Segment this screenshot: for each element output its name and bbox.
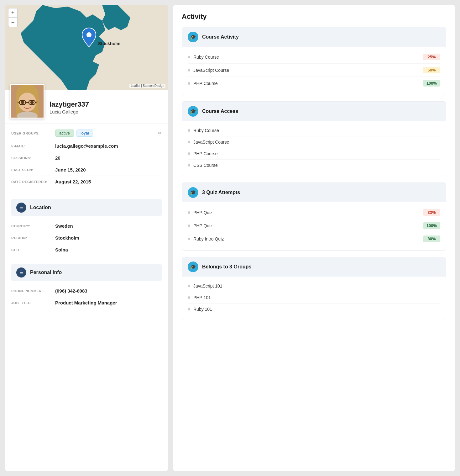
list-item: PHP Course [188,148,440,160]
user-info: lazytiger337 Lucia Gallego [50,98,89,114]
svg-point-17 [21,101,24,104]
activity-section-header-groups: 🎓Belongs to 3 Groups [182,257,446,277]
right-panel: Activity 🎓Course ActivityRuby Course25%J… [173,5,455,471]
item-label: PHP Quiz [193,210,420,215]
user-groups-label: USER GROUPS: [11,131,52,135]
zoom-out-button[interactable]: − [8,18,18,27]
personal-section: ☰ Personal info PHONE NUMBER: (096) 342-… [5,264,168,312]
tag-active: active [55,130,74,137]
bullet-icon [188,152,190,155]
tags-container: active loyal [55,130,93,137]
bullet-icon [188,225,190,227]
region-row: REGION: Stockholm [11,232,162,244]
bullet-icon [188,238,190,240]
item-label: PHP Course [193,81,420,86]
personal-title: Personal info [30,270,62,275]
activity-title: Activity [182,13,446,21]
bullet-icon [188,82,190,85]
item-label: Ruby Intro Quiz [193,236,420,241]
sessions-row: SESSIONS: 26 [11,152,162,164]
email-label: E-MAIL: [11,144,52,148]
item-label: Ruby Course [193,128,440,133]
city-label: CITY: [11,248,52,252]
profile-header: lazytiger337 Lucia Gallego [5,90,168,124]
progress-badge: 33% [423,209,440,216]
sessions-value: 26 [55,155,60,161]
list-item: CSS Course [188,160,440,171]
list-item: JavaScript Course60% [188,64,440,77]
activity-section-quiz-attempts: 🎓3 Quiz AttemptsPHP Quiz33%PHP Quiz100%R… [182,182,446,251]
progress-badge: 80% [423,235,440,242]
item-label: JavaScript Course [193,140,440,145]
item-label: PHP Quiz [193,223,420,228]
list-item: Ruby Course [188,125,440,136]
activity-section-title-course-access: Course Access [202,108,238,114]
date-registered-value: August 22, 2015 [55,179,91,184]
phone-label: PHONE NUMBER: [11,289,52,293]
left-panel: Stockholm + − Leaflet | Stamen Design [5,5,168,471]
full-name: Lucia Gallego [50,109,89,114]
item-label: CSS Course [193,163,440,168]
job-value: Product Marketing Manager [55,300,117,305]
activity-items-groups: JavaScript 101PHP 101Ruby 101 [182,277,446,320]
location-header: ☰ Location [11,199,162,216]
activity-section-title-course-activity: Course Activity [202,34,239,40]
activity-items-course-activity: Ruby Course25%JavaScript Course60%PHP Co… [182,47,446,95]
personal-icon: ☰ [16,267,26,278]
list-item: Ruby Intro Quiz80% [188,232,440,245]
edit-groups-button[interactable]: ✏ [158,130,162,136]
sessions-label: SESSIONS: [11,156,52,160]
progress-badge: 60% [423,67,440,73]
country-value: Sweden [55,223,73,229]
list-item: PHP Course100% [188,77,440,90]
map-attribution: Leaflet | Stamen Design [129,84,165,88]
bullet-icon [188,296,190,299]
date-registered-label: DATE REGISTERED: [11,180,52,184]
user-groups-row: USER GROUPS: active loyal ✏ [11,126,162,140]
location-icon: ☰ [16,203,26,213]
tag-loyal: loyal [76,130,93,137]
date-registered-row: DATE REGISTERED: August 22, 2015 [11,176,162,188]
bullet-icon [188,211,190,214]
bullet-icon [188,141,190,143]
activity-section-header-quiz-attempts: 🎓3 Quiz Attempts [182,183,446,202]
activity-icon-groups: 🎓 [188,262,198,272]
bullet-icon [188,308,190,310]
country-label: COUNTRY: [11,224,52,228]
map-controls: + − [8,8,18,27]
region-value: Stockholm [55,235,79,241]
progress-badge: 100% [423,222,440,229]
job-row: JOB TITLE: Product Marketing Manager [11,297,162,309]
personal-header: ☰ Personal info [11,264,162,281]
list-item: JavaScript Course [188,136,440,148]
activity-icon-course-activity: 🎓 [188,32,198,42]
avatar [10,84,44,119]
bullet-icon [188,56,190,58]
location-section: ☰ Location COUNTRY: Sweden REGION: Stock… [5,199,168,259]
email-value: lucia.gallego@example.com [55,143,118,149]
bullet-icon [188,285,190,287]
bullet-icon [188,164,190,167]
country-row: COUNTRY: Sweden [11,220,162,232]
location-title: Location [30,205,51,210]
activity-items-course-access: Ruby CourseJavaScript CoursePHP CourseCS… [182,121,446,176]
svg-text:Stockholm: Stockholm [98,41,121,46]
activity-icon-course-access: 🎓 [188,106,198,117]
activity-sections: 🎓Course ActivityRuby Course25%JavaScript… [182,27,446,320]
zoom-in-button[interactable]: + [8,8,18,18]
activity-section-title-quiz-attempts: 3 Quiz Attempts [202,190,240,195]
progress-badge: 25% [423,54,440,60]
item-label: Ruby 101 [193,307,440,312]
svg-point-5 [86,32,91,37]
activity-section-header-course-access: 🎓Course Access [182,102,446,121]
activity-section-course-access: 🎓Course AccessRuby CourseJavaScript Cour… [182,101,446,176]
phone-row: PHONE NUMBER: (096) 342-6083 [11,285,162,297]
list-item: Ruby Course25% [188,50,440,64]
bullet-icon [188,69,190,71]
item-label: JavaScript Course [193,68,420,73]
job-label: JOB TITLE: [11,301,52,305]
last-seen-value: June 15, 2020 [55,167,86,172]
region-label: REGION: [11,236,52,240]
item-label: JavaScript 101 [193,283,440,288]
city-row: CITY: Solna [11,244,162,256]
